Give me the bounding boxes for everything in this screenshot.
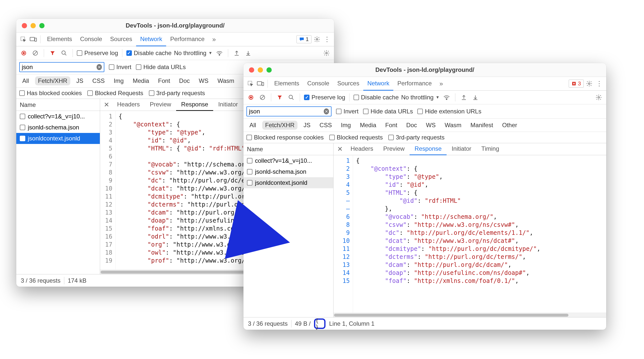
tab-network[interactable]: Network: [363, 77, 393, 91]
list-header-name[interactable]: Name: [243, 143, 333, 155]
more-tabs-icon[interactable]: »: [437, 79, 446, 88]
clear-filter-icon[interactable]: ✕: [324, 108, 329, 114]
device-icon[interactable]: [256, 79, 265, 88]
blocked-cookies-checkbox[interactable]: Blocked response cookies: [246, 134, 324, 141]
tab-elements[interactable]: Elements: [270, 77, 303, 91]
third-party-checkbox[interactable]: 3rd-party requests: [388, 134, 445, 141]
upload-icon[interactable]: [459, 93, 468, 102]
type-filter-font[interactable]: Font: [382, 121, 400, 130]
type-filter-all[interactable]: All: [246, 121, 259, 130]
invert-checkbox[interactable]: Invert: [109, 64, 131, 71]
kebab-menu-icon[interactable]: ⋮: [595, 79, 604, 88]
hide-data-urls-checkbox[interactable]: Hide data URLs: [363, 108, 413, 115]
request-row[interactable]: jsonld-schema.json: [243, 166, 333, 177]
disable-cache-checkbox[interactable]: Disable cache: [126, 50, 172, 57]
filter-input[interactable]: ✕: [19, 62, 104, 72]
blocked-requests-checkbox[interactable]: Blocked Requests: [87, 90, 143, 97]
tab-console[interactable]: Console: [303, 77, 333, 91]
clear-icon[interactable]: [31, 49, 40, 58]
request-row[interactable]: collect?v=1&_v=j10...: [16, 111, 100, 122]
type-filter-css[interactable]: CSS: [316, 121, 335, 130]
type-filter-wasm[interactable]: Wasm: [442, 121, 464, 130]
close-traffic-light[interactable]: [22, 23, 27, 28]
filter-input-field[interactable]: [249, 108, 324, 115]
filter-input[interactable]: ✕: [246, 106, 332, 116]
throttling-dropdown[interactable]: No throttling▼: [174, 50, 212, 57]
download-icon[interactable]: [471, 93, 480, 102]
tab-performance[interactable]: Performance: [166, 33, 208, 46]
type-filter-doc[interactable]: Doc: [176, 76, 193, 85]
wifi-icon[interactable]: [215, 49, 224, 58]
type-filter-manifest[interactable]: Manifest: [467, 121, 496, 130]
request-row[interactable]: jsonldcontext.jsonld: [243, 177, 333, 188]
tab-sources[interactable]: Sources: [333, 77, 363, 91]
type-filter-js[interactable]: JS: [300, 121, 313, 130]
response-code-viewer[interactable]: 12345––689101112131415 { "@context": { "…: [334, 155, 606, 313]
tab-elements[interactable]: Elements: [43, 33, 76, 46]
detail-tab-timing[interactable]: Timing: [476, 143, 504, 155]
upload-icon[interactable]: [232, 49, 241, 58]
issues-badge[interactable]: 1: [296, 35, 311, 43]
hide-extension-urls-checkbox[interactable]: Hide extension URLs: [417, 108, 481, 115]
detail-tab-response[interactable]: Response: [410, 143, 447, 155]
request-row[interactable]: jsonldcontext.jsonld: [16, 133, 100, 144]
tab-console[interactable]: Console: [76, 33, 106, 46]
minimize-traffic-light[interactable]: [31, 23, 36, 28]
inspect-icon[interactable]: [246, 79, 255, 88]
record-icon[interactable]: [19, 49, 28, 58]
detail-tab-preview[interactable]: Preview: [378, 143, 410, 155]
kebab-menu-icon[interactable]: ⋮: [323, 35, 332, 44]
search-icon[interactable]: [287, 93, 296, 102]
close-detail-icon[interactable]: ✕: [102, 101, 111, 109]
clear-filter-icon[interactable]: ✕: [97, 64, 102, 70]
network-settings-icon[interactable]: [322, 49, 331, 58]
tab-network[interactable]: Network: [136, 33, 166, 46]
blocked-cookies-checkbox[interactable]: Has blocked cookies: [19, 90, 82, 97]
throttling-dropdown[interactable]: No throttling▼: [401, 94, 439, 101]
invert-checkbox[interactable]: Invert: [336, 108, 359, 115]
request-row[interactable]: jsonld-schema.json: [16, 122, 100, 133]
network-settings-icon[interactable]: [594, 93, 603, 102]
type-filter-wasm[interactable]: Wasm: [214, 76, 237, 85]
type-filter-fetchxhr[interactable]: Fetch/XHR: [35, 76, 70, 85]
detail-tab-preview[interactable]: Preview: [145, 99, 176, 111]
type-filter-ws[interactable]: WS: [196, 76, 212, 85]
type-filter-css[interactable]: CSS: [89, 76, 108, 85]
type-filter-js[interactable]: JS: [73, 76, 86, 85]
type-filter-doc[interactable]: Doc: [403, 121, 420, 130]
type-filter-ws[interactable]: WS: [423, 121, 439, 130]
settings-icon[interactable]: [312, 35, 321, 44]
type-filter-img[interactable]: Img: [111, 76, 127, 85]
close-detail-icon[interactable]: ✕: [336, 145, 345, 153]
search-icon[interactable]: [60, 49, 69, 58]
device-icon[interactable]: [29, 35, 38, 44]
third-party-checkbox[interactable]: 3rd-party requests: [149, 90, 205, 97]
preserve-log-checkbox[interactable]: Preserve log: [77, 50, 118, 57]
download-icon[interactable]: [244, 49, 253, 58]
type-filter-media[interactable]: Media: [130, 76, 152, 85]
preserve-log-checkbox[interactable]: Preserve log: [304, 94, 345, 101]
type-filter-fetchxhr[interactable]: Fetch/XHR: [262, 121, 297, 130]
filter-icon[interactable]: [275, 93, 284, 102]
detail-tab-response[interactable]: Response: [176, 99, 213, 111]
blocked-requests-checkbox[interactable]: Blocked requests: [329, 134, 383, 141]
more-tabs-icon[interactable]: »: [210, 35, 219, 44]
wifi-icon[interactable]: [442, 93, 451, 102]
type-filter-media[interactable]: Media: [357, 121, 379, 130]
zoom-traffic-light[interactable]: [266, 67, 272, 73]
hide-data-urls-checkbox[interactable]: Hide data URLs: [136, 64, 186, 71]
inspect-icon[interactable]: [19, 35, 28, 44]
request-row[interactable]: collect?v=1&_v=j10...: [243, 155, 333, 166]
errors-badge[interactable]: 3: [569, 80, 584, 88]
pretty-print-icon[interactable]: { }: [314, 318, 326, 329]
type-filter-font[interactable]: Font: [155, 76, 173, 85]
settings-icon[interactable]: [585, 79, 594, 88]
horizontal-scrollbar[interactable]: [334, 313, 606, 317]
detail-tab-initiator[interactable]: Initiator: [213, 99, 243, 111]
disable-cache-checkbox[interactable]: Disable cache: [354, 94, 399, 101]
filter-input-field[interactable]: [22, 64, 97, 71]
close-traffic-light[interactable]: [249, 67, 254, 73]
clear-icon[interactable]: [258, 93, 267, 102]
type-filter-img[interactable]: Img: [338, 121, 354, 130]
filter-icon[interactable]: [48, 49, 57, 58]
